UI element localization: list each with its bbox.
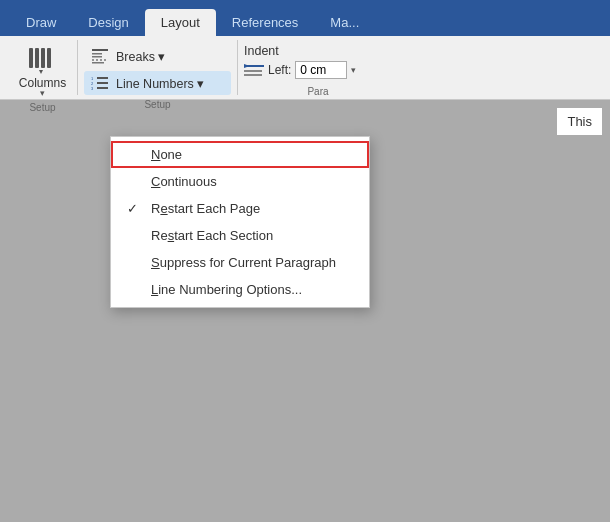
menu-item-suppress-text: Suppress for Current Paragraph xyxy=(151,255,336,270)
ribbon-groups: Columns ▾ Setup xyxy=(8,40,398,95)
tab-design[interactable]: Design xyxy=(72,9,144,36)
content-corner-text: This xyxy=(557,108,602,135)
breaks-label: Breaks ▾ xyxy=(116,49,165,64)
indent-left-label: Left: xyxy=(268,63,291,77)
menu-item-restart-page-text: Restart Each Page xyxy=(151,201,260,216)
menu-item-continuous-text: Continuous xyxy=(151,174,217,189)
indent-left-arrow: ▾ xyxy=(351,65,356,75)
tab-references[interactable]: References xyxy=(216,9,314,36)
menu-item-suppress[interactable]: Suppress for Current Paragraph xyxy=(111,249,369,276)
svg-rect-18 xyxy=(244,70,262,72)
menu-item-options[interactable]: Line Numbering Options... xyxy=(111,276,369,303)
breaks-button[interactable]: Breaks ▾ xyxy=(84,44,231,68)
svg-marker-4 xyxy=(39,70,43,74)
columns-group: Columns ▾ Setup xyxy=(8,40,78,95)
menu-item-options-text: Line Numbering Options... xyxy=(151,282,302,297)
line-numbers-dropdown: None Continuous ✓ Restart Each Page Rest… xyxy=(110,136,370,308)
ribbon: Draw Design Layout References Ma... xyxy=(0,0,610,100)
svg-rect-0 xyxy=(29,48,33,68)
indent-left-input[interactable] xyxy=(295,61,347,79)
line-numbers-label: Line Numbers ▾ xyxy=(116,76,204,91)
svg-rect-1 xyxy=(35,48,39,68)
svg-rect-12 xyxy=(97,87,108,89)
menu-item-restart-section[interactable]: Restart Each Section xyxy=(111,222,369,249)
setup-label: Setup xyxy=(8,100,77,114)
tab-draw[interactable]: Draw xyxy=(10,9,72,36)
menu-item-restart-section-text: Restart Each Section xyxy=(151,228,273,243)
svg-marker-17 xyxy=(244,64,250,68)
indent-left-row: Left: ▾ xyxy=(244,61,392,79)
ribbon-content-area: Columns ▾ Setup xyxy=(0,36,610,100)
line-numbers-button[interactable]: 1 2 3 Line Numbers ▾ xyxy=(84,71,231,95)
menu-item-restart-page[interactable]: ✓ Restart Each Page xyxy=(111,195,369,222)
columns-arrow: ▾ xyxy=(40,88,45,98)
svg-rect-19 xyxy=(244,74,262,76)
svg-rect-5 xyxy=(92,49,108,51)
breaks-icon xyxy=(90,46,110,66)
columns-button[interactable]: Columns ▾ xyxy=(19,44,66,98)
indent-left-icon xyxy=(244,62,264,78)
tab-bar: Draw Design Layout References Ma... xyxy=(0,0,610,36)
menu-item-none[interactable]: None xyxy=(111,141,369,168)
menu-item-none-text: None xyxy=(151,147,182,162)
svg-rect-9 xyxy=(92,62,104,64)
svg-rect-3 xyxy=(47,48,51,68)
svg-rect-2 xyxy=(41,48,45,68)
svg-rect-11 xyxy=(97,82,108,84)
svg-rect-7 xyxy=(92,56,102,58)
tab-layout[interactable]: Layout xyxy=(145,9,216,36)
svg-text:3: 3 xyxy=(91,86,94,91)
svg-rect-6 xyxy=(92,53,102,55)
indent-group: Indent Left: ▾ Para xyxy=(238,40,398,95)
page-setup-footer-label: Setup xyxy=(78,97,237,111)
para-label: Para xyxy=(238,84,398,98)
menu-item-continuous[interactable]: Continuous xyxy=(111,168,369,195)
columns-icon xyxy=(27,44,57,76)
restart-page-checkmark: ✓ xyxy=(127,201,138,216)
svg-rect-10 xyxy=(97,77,108,79)
tab-mailings[interactable]: Ma... xyxy=(314,9,375,36)
page-setup-group: Breaks ▾ 1 2 3 xyxy=(78,40,238,95)
indent-title: Indent xyxy=(244,44,392,58)
line-numbers-icon: 1 2 3 xyxy=(90,73,110,93)
